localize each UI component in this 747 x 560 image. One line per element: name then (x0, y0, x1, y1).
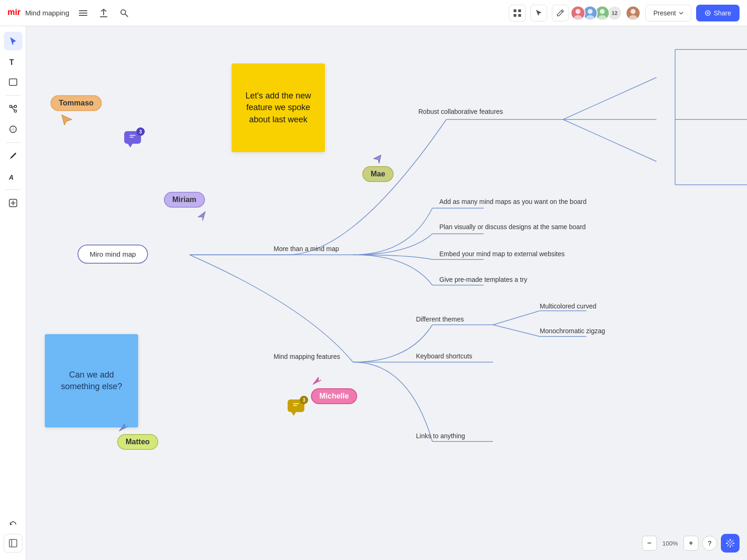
svg-point-4 (121, 10, 126, 14)
chat-bubble-purple[interactable]: 3 (124, 131, 141, 144)
sticky-tool[interactable] (4, 73, 22, 91)
cursor-arrow-matteo (117, 421, 128, 432)
chat-bubble-tail-yellow (291, 412, 296, 416)
canvas[interactable]: Let's add the new feature we spoke about… (26, 26, 747, 560)
svg-rect-24 (9, 79, 17, 85)
pen-tool[interactable] (4, 147, 22, 165)
upload-button[interactable] (95, 5, 112, 21)
branch-more[interactable]: More than a mind map (274, 245, 339, 252)
sticky-note-yellow[interactable]: Let's add the new feature we spoke about… (232, 63, 325, 152)
zoom-in-button[interactable]: + (684, 536, 698, 551)
svg-point-25 (9, 105, 12, 108)
connect-tool[interactable] (4, 99, 22, 118)
svg-point-28 (14, 105, 16, 108)
leaf-multicolored: Multicolored curved (540, 302, 596, 310)
mindmap-lines (26, 26, 747, 560)
user-mae: Mae (344, 153, 394, 182)
cursor-label-miriam: Miriam (164, 192, 205, 208)
leaf-plan: Plan visually or discuss designs at the … (439, 223, 586, 231)
marker-tool[interactable]: A (4, 167, 22, 186)
user-michelle: Michelle (311, 375, 357, 404)
cursor-button[interactable] (530, 5, 547, 21)
leaf-monochromatic: Monochromatic zigzag (540, 327, 605, 335)
svg-rect-9 (518, 14, 521, 17)
panel-toggle-button[interactable] (4, 534, 22, 553)
svg-rect-8 (514, 14, 516, 17)
tool-separator-2 (6, 142, 21, 143)
leaf-embed: Embed your mind map to external websites (439, 250, 564, 258)
cursor-arrow-miriam (194, 210, 207, 223)
user-tommaso: Tommaso (50, 95, 102, 127)
pencil-button[interactable] (552, 5, 569, 21)
leaf-themes: Different themes (416, 315, 464, 323)
header-tools (75, 5, 133, 21)
svg-point-20 (631, 9, 636, 14)
cursor-arrow-michelle (311, 375, 322, 386)
chat-bubble-yellow[interactable]: 3 (288, 399, 304, 412)
svg-point-17 (600, 9, 605, 14)
avatar-current (626, 6, 641, 21)
zoom-out-button[interactable]: − (642, 536, 657, 551)
svg-point-26 (14, 110, 16, 112)
user-miriam: Miriam (164, 192, 207, 223)
svg-point-11 (576, 9, 581, 14)
svg-text:T: T (9, 58, 14, 66)
logo-area: miro Mind mapping (7, 7, 69, 19)
present-button[interactable]: Present (645, 5, 691, 21)
miro-logo: miro (7, 7, 21, 19)
header-right: 12 Present Share (509, 5, 740, 21)
chat-count-purple: 3 (136, 127, 145, 136)
sticky-note-blue[interactable]: Can we add something else? (45, 334, 138, 427)
svg-text:A: A (9, 174, 14, 181)
text-tool[interactable]: T (4, 52, 22, 71)
avatar-group[interactable]: 12 (573, 6, 641, 21)
apps-button[interactable] (509, 5, 526, 21)
tool-separator-3 (6, 189, 21, 190)
svg-rect-6 (514, 9, 516, 12)
branch-features[interactable]: Mind mapping features (274, 353, 340, 360)
header: miro Mind mapping (0, 0, 747, 26)
share-button[interactable]: Share (696, 5, 740, 21)
left-toolbar: T A (0, 26, 26, 560)
menu-button[interactable] (75, 5, 92, 21)
select-tool[interactable] (4, 32, 22, 50)
cursor-arrow-tommaso (60, 113, 74, 127)
chat-bubble-tail-purple (128, 144, 133, 147)
cursor-label-matteo: Matteo (117, 434, 158, 450)
svg-line-5 (125, 14, 128, 17)
cursor-label-mae: Mae (362, 166, 394, 182)
bottom-bar: − 100% + ? (642, 534, 740, 553)
zoom-level: 100% (661, 540, 680, 547)
chat-count-yellow: 3 (300, 396, 308, 404)
leaf-add-maps: Add as many mind maps as you want on the… (439, 198, 586, 205)
user-matteo: Matteo (117, 421, 158, 450)
tool-separator-1 (6, 95, 21, 96)
avatar-1 (571, 6, 585, 21)
help-button[interactable]: ? (702, 536, 717, 551)
svg-point-14 (588, 9, 593, 14)
leaf-links: Links to anything (416, 432, 465, 440)
undo-button[interactable] (4, 515, 22, 534)
cursor-label-michelle: Michelle (311, 388, 357, 404)
svg-line-27 (12, 107, 14, 110)
magic-button[interactable] (721, 534, 740, 553)
center-node-box: Miro mind map (78, 245, 148, 264)
panel-toggle (0, 534, 26, 553)
svg-rect-7 (518, 9, 521, 12)
board-name[interactable]: Mind mapping (25, 9, 69, 17)
more-tool[interactable] (4, 194, 22, 212)
leaf-keyboard: Keyboard shortcuts (416, 352, 472, 360)
svg-rect-38 (9, 539, 17, 547)
cursor-arrow-mae (372, 153, 383, 164)
shapes-tool[interactable] (4, 120, 22, 139)
branch-robust[interactable]: Robust collaborative features (418, 108, 503, 115)
leaf-templates: Give pre-made templates a try (439, 276, 527, 283)
center-node[interactable]: Miro mind map (78, 245, 148, 264)
svg-text:miro: miro (7, 7, 21, 17)
cursor-label-tommaso: Tommaso (50, 95, 102, 111)
search-button[interactable] (116, 5, 133, 21)
